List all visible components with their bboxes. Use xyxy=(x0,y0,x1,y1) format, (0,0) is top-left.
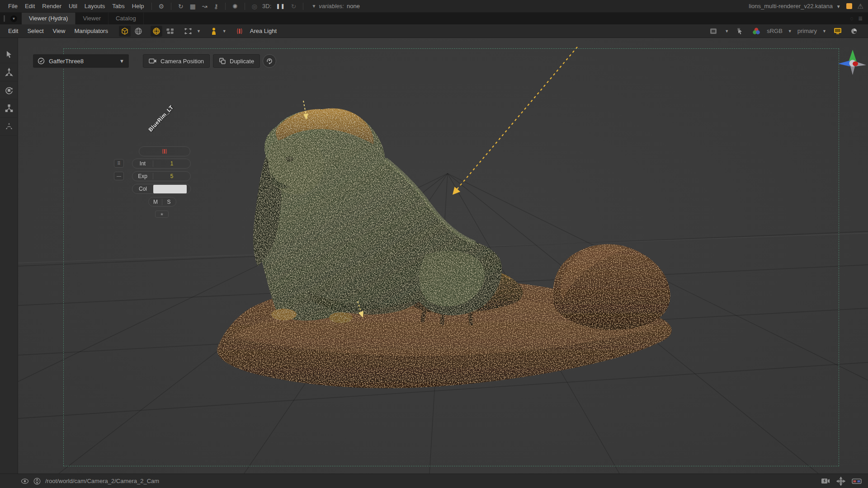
intensity-label: Int xyxy=(132,160,153,167)
main-menubar: File Edit Render Util Layouts Tabs Help … xyxy=(0,0,868,13)
lock-upright-button[interactable] xyxy=(263,54,276,68)
color-row[interactable]: Col xyxy=(132,184,191,194)
3d-update-label: 3D: xyxy=(260,3,273,9)
light-type-pill[interactable] xyxy=(139,146,190,156)
menu-tabs[interactable]: Tabs xyxy=(108,3,128,9)
separator xyxy=(171,3,171,10)
settings-gear-icon[interactable]: ⚙ xyxy=(156,3,168,10)
drag-handle-button[interactable]: ⠿ xyxy=(114,159,124,168)
globe-icon[interactable] xyxy=(132,26,144,37)
axis-gizmo[interactable] xyxy=(838,50,866,75)
keyframe-icon[interactable]: ⚷ xyxy=(211,3,222,10)
favorite-star-button[interactable]: ★ xyxy=(155,211,169,218)
curve-editor-icon[interactable]: ↝ xyxy=(199,3,211,10)
duplicate-label: Duplicate xyxy=(230,58,254,65)
scenegraph-refresh-icon[interactable]: ↻ xyxy=(175,3,187,10)
colorspace-value[interactable]: sRGB xyxy=(767,28,783,34)
warning-icon[interactable]: ⚠ xyxy=(858,2,863,10)
viewer-menu-manipulators[interactable]: Manipulators xyxy=(70,28,113,34)
pan-move-icon[interactable] xyxy=(836,477,845,486)
boulder xyxy=(553,244,670,330)
duplicate-button[interactable]: Duplicate xyxy=(213,54,260,68)
menu-render[interactable]: Render xyxy=(38,3,65,9)
tab-viewer[interactable]: Viewer xyxy=(75,13,108,24)
stereo-3d-glasses-icon[interactable] xyxy=(852,478,862,484)
rotate-tool-icon[interactable] xyxy=(0,81,18,99)
viewer-menu-view[interactable]: View xyxy=(48,28,70,34)
transform-all-tool-icon[interactable] xyxy=(0,117,18,136)
variables-label: variables: xyxy=(319,3,344,9)
variables-dropdown[interactable]: ▼ variables: none xyxy=(311,3,359,9)
shaded-view-cube-icon[interactable] xyxy=(119,26,131,37)
light-sphere-icon[interactable] xyxy=(151,26,162,37)
render-burst-icon[interactable]: ✺ xyxy=(229,3,241,10)
exposure-label: Exp xyxy=(132,173,153,179)
intensity-row[interactable]: Int 1 xyxy=(132,159,191,169)
duplicate-icon xyxy=(219,57,226,65)
separator xyxy=(151,3,152,10)
channel-value[interactable]: primary xyxy=(797,28,817,34)
save-state-indicator[interactable] xyxy=(846,3,852,9)
3d-viewport[interactable]: GafferThree8 ▼ Camera Position Duplicate… xyxy=(18,38,868,474)
gaffer-selector-dropdown[interactable]: GafferThree8 ▼ xyxy=(33,54,129,68)
menu-edit[interactable]: Edit xyxy=(21,3,38,9)
camera-aperture-icon[interactable] xyxy=(33,478,41,485)
area-light-icon[interactable] xyxy=(234,26,245,37)
layer-display-icon[interactable] xyxy=(708,26,719,37)
scale-tool-icon[interactable] xyxy=(0,99,18,117)
menu-file[interactable]: File xyxy=(5,3,21,9)
chevron-down-icon[interactable]: ▼ xyxy=(725,29,729,33)
area-light-label: Area Light xyxy=(250,28,277,34)
collapse-button[interactable]: — xyxy=(114,172,124,180)
separator xyxy=(245,3,245,10)
mute-solo-group: M S xyxy=(148,197,176,206)
chevron-down-icon: ▼ xyxy=(836,4,841,9)
eye-snapshot-icon[interactable] xyxy=(848,26,860,37)
camera-position-label: Camera Position xyxy=(160,58,204,65)
color-label: Col xyxy=(132,186,153,192)
chevron-down-icon[interactable]: ▼ xyxy=(822,29,826,33)
document-title-dropdown[interactable]: lions_multi-renderer_v22.katana ▼ xyxy=(749,3,840,9)
tab-catalog[interactable]: Catalog xyxy=(108,13,144,24)
tab-viewer-hydra[interactable]: Viewer (Hydra) xyxy=(22,13,75,24)
pane-float-icon[interactable]: ◌ xyxy=(850,15,854,22)
chevron-down-icon[interactable]: ▼ xyxy=(197,29,201,33)
tab-menu-icon[interactable]: ▼ xyxy=(10,15,17,22)
menu-help[interactable]: Help xyxy=(128,3,148,9)
marquee-select-icon[interactable] xyxy=(182,26,194,37)
mute-button[interactable]: M xyxy=(149,199,162,205)
chevron-down-icon[interactable]: ▼ xyxy=(788,29,792,33)
render-camera-icon[interactable] xyxy=(821,478,830,484)
check-circle-icon xyxy=(38,57,45,65)
viewer-statusbar: /root/world/cam/Camera_2/Camera_2_Cam xyxy=(0,474,868,488)
rgb-channels-icon[interactable] xyxy=(750,26,762,37)
solo-button[interactable]: S xyxy=(162,199,175,205)
monitor-icon[interactable] xyxy=(832,26,844,37)
quad-view-icon[interactable] xyxy=(164,26,176,37)
camera-position-button[interactable]: Camera Position xyxy=(143,54,210,68)
current-camera-path[interactable]: /root/world/cam/Camera_2/Camera_2_Cam xyxy=(45,478,159,484)
variables-value: none xyxy=(347,3,360,9)
intensity-value[interactable]: 1 xyxy=(153,160,190,167)
color-swatch[interactable] xyxy=(153,185,187,193)
translate-tool-icon[interactable] xyxy=(0,63,18,81)
pause-icon[interactable]: ❚❚ xyxy=(273,3,288,9)
menu-util[interactable]: Util xyxy=(65,3,81,9)
pointer-snap-icon[interactable] xyxy=(734,26,746,37)
select-pointer-icon[interactable] xyxy=(0,45,18,63)
slate-icon[interactable]: ▦ xyxy=(187,3,199,10)
person-camera-icon[interactable] xyxy=(208,26,220,37)
exposure-value[interactable]: 5 xyxy=(153,173,190,179)
menu-layouts[interactable]: Layouts xyxy=(81,3,109,9)
document-title: lions_multi-renderer_v22.katana xyxy=(749,3,833,9)
exposure-row[interactable]: Exp 5 xyxy=(132,171,191,181)
pane-options-icon[interactable]: ≣ xyxy=(858,15,863,22)
chevron-down-icon[interactable]: ▼ xyxy=(222,29,226,33)
visibility-eye-icon[interactable] xyxy=(21,478,29,484)
separator xyxy=(225,3,226,10)
viewer-menu-edit[interactable]: Edit xyxy=(4,28,23,34)
pane-grip[interactable] xyxy=(4,15,5,22)
chevron-down-icon: ▼ xyxy=(119,58,124,64)
viewer-menu-select[interactable]: Select xyxy=(23,28,48,34)
viewport-3d-scene xyxy=(18,38,868,474)
